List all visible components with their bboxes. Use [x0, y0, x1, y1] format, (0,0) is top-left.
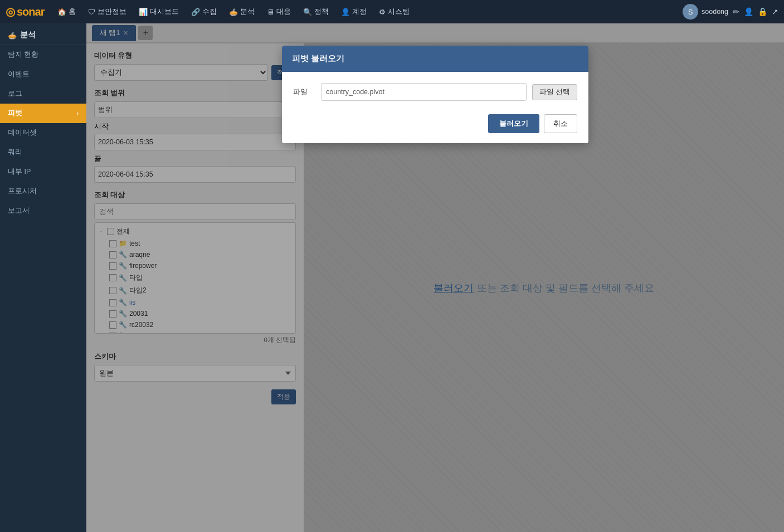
nav-label-dashboard: 대시보드	[150, 7, 179, 17]
nav-right: S soodong ✏ 👤 🔒 ↗	[683, 4, 778, 19]
nav-item-security[interactable]: 🛡 보안정보	[84, 5, 131, 19]
sidebar-item-detection[interactable]: 탐지 현황	[0, 45, 86, 65]
sidebar-item-internal-ip[interactable]: 내부 IP	[0, 162, 86, 182]
nav-label-account: 계정	[352, 7, 367, 17]
home-icon: 🏠	[57, 8, 66, 16]
modal-file-row: 파일 파일 선택	[293, 83, 577, 101]
nav-label-response: 대응	[276, 7, 291, 17]
nav-label-collect: 수집	[202, 7, 217, 17]
sidebar-item-dataset[interactable]: 데이터셋	[0, 123, 86, 143]
nav-label-analyze: 분석	[240, 7, 255, 17]
username: soodong	[702, 8, 728, 16]
nav-item-system[interactable]: ⚙ 시스템	[374, 5, 414, 19]
main-layout: 🥧 분석 탐지 현황 이벤트 로그 피벗 › 데이터셋 쿼리 내부 IP 프로시…	[0, 23, 784, 532]
sidebar-item-procedure[interactable]: 프로시저	[0, 182, 86, 201]
sidebar-header-label: 분석	[20, 30, 36, 40]
modal-body: 파일 파일 선택	[282, 72, 588, 106]
pencil-icon[interactable]: ✏	[733, 7, 739, 16]
modal-title: 피벗 불러오기	[292, 53, 344, 63]
account-icon: 👤	[341, 8, 350, 16]
avatar: S	[683, 4, 698, 19]
collect-icon: 🔗	[191, 8, 200, 16]
content-area: 새 탭1 ✕ + 데이터 유형 수집기 적용	[86, 23, 784, 532]
person-icon[interactable]: 👤	[744, 7, 753, 16]
response-icon: 🖥	[267, 8, 274, 16]
modal-cancel-button[interactable]: 취소	[544, 114, 577, 133]
modal-overlay: 피벗 불러오기 파일 파일 선택 불러오기 취소	[86, 23, 784, 532]
modal-footer: 불러오기 취소	[282, 106, 588, 143]
logout-icon[interactable]: ↗	[772, 7, 778, 16]
dashboard-icon: 📊	[139, 8, 148, 16]
analyze-icon: 🥧	[229, 8, 238, 16]
sidebar-header-icon: 🥧	[8, 31, 17, 40]
nav-item-collect[interactable]: 🔗 수집	[187, 5, 221, 19]
sidebar-item-query[interactable]: 쿼리	[0, 143, 86, 162]
sidebar: 🥧 분석 탐지 현황 이벤트 로그 피벗 › 데이터셋 쿼리 내부 IP 프로시…	[0, 23, 86, 532]
pivot-chevron-icon: ›	[77, 110, 79, 116]
sidebar-item-event[interactable]: 이벤트	[0, 65, 86, 84]
app-logo[interactable]: ◎ sonar	[6, 5, 44, 18]
nav-label-system: 시스템	[388, 7, 410, 17]
logo-text: sonar	[17, 6, 44, 18]
shield-icon: 🛡	[88, 8, 95, 16]
top-nav: ◎ sonar 🏠 홈 🛡 보안정보 📊 대시보드 🔗 수집 🥧 분석 🖥 대응…	[0, 0, 784, 23]
system-icon: ⚙	[379, 8, 386, 16]
policy-icon: 🔍	[303, 8, 312, 16]
file-select-button[interactable]: 파일 선택	[532, 84, 577, 100]
nav-item-analyze[interactable]: 🥧 분석	[225, 5, 259, 19]
lock-icon[interactable]: 🔒	[758, 7, 767, 16]
sidebar-item-pivot[interactable]: 피벗 ›	[0, 104, 86, 123]
modal-file-label: 파일	[293, 87, 315, 97]
nav-item-policy[interactable]: 🔍 정책	[299, 5, 333, 19]
modal-header: 피벗 불러오기	[282, 46, 588, 72]
nav-item-dashboard[interactable]: 📊 대시보드	[134, 5, 183, 19]
nav-item-account[interactable]: 👤 계정	[337, 5, 371, 19]
logo-icon: ◎	[6, 5, 14, 18]
nav-item-response[interactable]: 🖥 대응	[262, 5, 295, 19]
modal-confirm-button[interactable]: 불러오기	[488, 114, 539, 133]
nav-label-home: 홈	[69, 7, 76, 17]
user-info: S soodong	[683, 4, 728, 19]
sidebar-item-log[interactable]: 로그	[0, 84, 86, 104]
nav-label-security: 보안정보	[98, 7, 126, 17]
nav-item-home[interactable]: 🏠 홈	[53, 5, 80, 19]
sidebar-header: 🥧 분석	[0, 23, 86, 45]
sidebar-item-report[interactable]: 보고서	[0, 201, 86, 221]
modal-dialog: 피벗 불러오기 파일 파일 선택 불러오기 취소	[282, 46, 588, 143]
modal-file-input[interactable]	[321, 83, 527, 101]
nav-label-policy: 정책	[314, 7, 329, 17]
